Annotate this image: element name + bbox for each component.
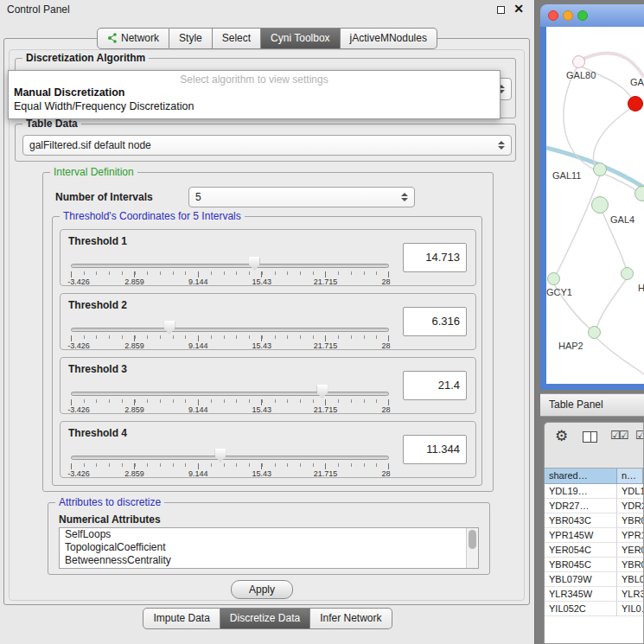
list-item-selfloops[interactable]: SelfLoops — [60, 528, 478, 541]
tab-jactivemnodules[interactable]: jActiveMNodules — [341, 28, 437, 49]
cell[interactable]: YDL1… — [617, 484, 643, 499]
column-header-shared[interactable]: shared… — [545, 469, 617, 484]
node-label-gal4[interactable]: GAL4 — [610, 214, 634, 225]
bottom-tabbar: Impute Data Discretize Data Infer Networ… — [0, 608, 535, 629]
number-of-intervals-combo[interactable]: 5 — [188, 187, 415, 207]
cell[interactable]: YPR1… — [617, 528, 643, 543]
select-all-checkbox-icon[interactable]: ☑☑ — [610, 429, 627, 442]
gear-icon[interactable]: ⚙ — [555, 427, 568, 445]
list-item-topologicalcoefficient[interactable]: TopologicalCoefficient — [60, 541, 478, 554]
network-node[interactable] — [547, 272, 560, 285]
tab-cyni-toolbox[interactable]: Cyni Toolbox — [261, 28, 340, 49]
tab-impute-data[interactable]: Impute Data — [143, 608, 220, 629]
control-panel-title: Control Panel — [7, 3, 70, 16]
network-node[interactable] — [591, 196, 609, 214]
slider-track[interactable] — [71, 328, 389, 332]
cell[interactable]: YDL19… — [545, 484, 617, 499]
network-node[interactable] — [593, 163, 607, 176]
cell[interactable]: YDR2… — [617, 499, 643, 513]
cell[interactable]: YBR0… — [617, 558, 643, 572]
threshold-2-slider[interactable]: -3.426 2.859 9.144 15.43 21.715 28 — [71, 325, 389, 349]
cell[interactable]: YPR145W — [545, 528, 617, 543]
dropdown-option-manual[interactable]: Manual Discretization — [9, 86, 500, 99]
table-row[interactable]: YBL079WYBL0… — [545, 572, 643, 587]
node-label-gal11[interactable]: GAL11 — [552, 170, 581, 181]
minimize-traffic-light-icon[interactable] — [563, 10, 573, 21]
table-row[interactable]: YDR27…YDR2… — [545, 499, 643, 513]
node-label-clipped[interactable]: GA — [630, 77, 644, 87]
node-label-hap2[interactable]: HAP2 — [558, 341, 583, 351]
interval-definition-label: Interval Definition — [50, 166, 137, 178]
cell[interactable]: YER054C — [545, 543, 617, 558]
slider-handle[interactable] — [214, 449, 226, 462]
node-label-gal80[interactable]: GAL80 — [566, 70, 596, 80]
node-label-gcy1[interactable]: GCY1 — [546, 287, 572, 297]
cell[interactable]: YBR043C — [545, 513, 617, 528]
scale-label: 15.43 — [252, 341, 272, 350]
threshold-3-slider[interactable]: -3.426 2.859 9.144 15.43 21.715 28 — [71, 389, 389, 413]
table-data-group: Table Data galFiltered.sif default node — [15, 124, 516, 162]
threshold-2-value-field[interactable]: 6.316 — [403, 307, 467, 336]
cell[interactable]: YLR345W — [545, 587, 617, 602]
cell[interactable]: YBL079W — [545, 572, 617, 587]
columns-icon[interactable] — [583, 431, 597, 443]
network-node[interactable] — [588, 326, 601, 339]
table-row[interactable]: YIL052CYIL0… — [545, 602, 643, 616]
cell[interactable]: YDR27… — [545, 499, 617, 513]
slider-handle[interactable] — [316, 385, 328, 399]
threshold-4-slider[interactable]: -3.426 2.859 9.144 15.43 21.715 28 — [71, 453, 389, 477]
table-row[interactable]: YPR145WYPR1… — [545, 528, 643, 543]
cell[interactable]: YIL0… — [617, 602, 643, 616]
node-label-clipped[interactable]: H — [638, 283, 644, 293]
cell[interactable]: YER0… — [617, 543, 643, 558]
table-row[interactable]: YDL19…YDL1… — [545, 484, 643, 499]
cell[interactable]: YBL0… — [617, 572, 643, 587]
threshold-4-value-field[interactable]: 11.344 — [403, 435, 467, 464]
tab-infer-network[interactable]: Infer Network — [310, 608, 392, 629]
apply-button[interactable]: Apply — [231, 580, 293, 599]
threshold-1-value-field[interactable]: 14.713 — [403, 243, 467, 272]
tab-network[interactable]: Network — [97, 28, 169, 49]
list-item-betweennesscentrality[interactable]: BetweennessCentrality — [60, 554, 478, 567]
scale-label: -3.426 — [67, 469, 90, 478]
column-header-name[interactable]: n… — [617, 469, 643, 484]
network-window-titlebar[interactable] — [540, 4, 644, 27]
table-row[interactable]: YER054CYER0… — [545, 543, 643, 558]
cell[interactable]: YBR045C — [545, 558, 617, 572]
tab-select[interactable]: Select — [213, 28, 261, 49]
slider-track[interactable] — [71, 456, 389, 460]
dropdown-option-equal-width[interactable]: Equal Width/Frequency Discretization — [9, 99, 500, 113]
network-canvas[interactable]: GAL80 GA GAL11 GAL4 GCY1 H HAP2 — [546, 27, 644, 384]
close-traffic-light-icon[interactable] — [548, 10, 558, 21]
tab-style[interactable]: Style — [169, 28, 213, 49]
float-window-icon[interactable] — [497, 6, 505, 14]
table-data-combo-value: galFiltered.sif default node — [29, 139, 151, 151]
tab-discretize-data[interactable]: Discretize Data — [220, 608, 310, 629]
threshold-1-slider[interactable]: -3.426 2.859 9.144 15.43 21.715 28 — [71, 261, 389, 285]
slider-track[interactable] — [71, 264, 389, 268]
network-node-selected[interactable] — [628, 96, 643, 112]
threshold-3-value-field[interactable]: 21.4 — [403, 371, 467, 400]
combo-stepper-icon — [401, 188, 410, 207]
zoom-traffic-light-icon[interactable] — [577, 10, 588, 21]
slider-track[interactable] — [71, 392, 389, 396]
cell[interactable]: YIL052C — [545, 602, 617, 616]
close-icon[interactable]: ✕ — [513, 2, 524, 16]
table-row[interactable]: YBR045CYBR0… — [545, 558, 643, 572]
list-scrollbar-thumb[interactable] — [469, 530, 476, 549]
cell[interactable]: YLR3… — [617, 587, 643, 602]
table-data-combo[interactable]: galFiltered.sif default node — [22, 135, 512, 156]
slider-handle[interactable] — [249, 257, 260, 271]
table-row[interactable]: YBR043CYBR0… — [545, 513, 643, 528]
network-node[interactable] — [634, 186, 644, 201]
table-panel-header: Table Panel — [540, 393, 644, 417]
list-scrollbar[interactable] — [466, 528, 478, 568]
table-toolbar: ⚙ ☑☑ ☑ — [545, 423, 643, 452]
scale-label: 28 — [381, 469, 390, 478]
slider-handle[interactable] — [164, 321, 175, 335]
table-row[interactable]: YLR345WYLR3… — [545, 587, 643, 602]
cell[interactable]: YBR0… — [617, 513, 643, 528]
network-node[interactable] — [621, 267, 634, 280]
network-node[interactable] — [572, 55, 585, 68]
checkbox-icon[interactable]: ☑ — [635, 429, 644, 442]
